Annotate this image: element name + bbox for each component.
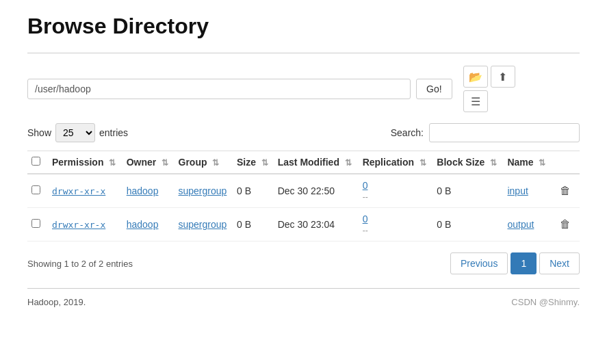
select-all-header (27, 151, 48, 174)
show-entries: Show 10 25 50 100 entries (27, 123, 128, 142)
col-last-modified[interactable]: Last Modified ⇅ (274, 151, 359, 174)
upload-icon-button[interactable]: ⬆ (491, 66, 515, 88)
previous-button[interactable]: Previous (450, 252, 508, 274)
row-last-modified: Dec 30 23:04 (274, 208, 359, 242)
col-size[interactable]: Size ⇅ (233, 151, 274, 174)
row-owner: hadoop (122, 174, 175, 208)
top-divider (27, 53, 580, 53)
list-icon: ☰ (471, 95, 480, 108)
page-1-button[interactable]: 1 (511, 252, 537, 274)
folder-icon: 📂 (469, 70, 482, 83)
row-checkbox-0[interactable] (31, 185, 40, 194)
sort-blocksize-icon: ⇅ (490, 158, 497, 168)
list-icon-button[interactable]: ☰ (463, 90, 488, 112)
row-name: output (503, 208, 551, 242)
go-button[interactable]: Go! (416, 79, 452, 99)
table-row: drwxr-xr-x hadoop supergroup 0 B Dec 30 … (27, 174, 580, 208)
footer-info: Hadoop, 2019. CSDN @Shinmy. (27, 289, 580, 307)
row-size: 0 B (233, 208, 274, 242)
row-group: supergroup (175, 174, 233, 208)
owner-link[interactable]: hadoop (127, 185, 159, 196)
delete-button[interactable]: 🗑 (556, 183, 575, 198)
col-block-size-label: Block Size (437, 157, 485, 168)
replication-sub: -- (363, 226, 368, 235)
col-action (552, 151, 580, 174)
row-name: input (503, 174, 551, 208)
col-group-label: Group (179, 157, 207, 168)
group-link[interactable]: supergroup (179, 219, 227, 230)
col-block-size[interactable]: Block Size ⇅ (432, 151, 503, 174)
footer-left: Hadoop, 2019. (27, 297, 86, 307)
col-replication-label: Replication (363, 157, 414, 168)
footer-right: CSDN @Shinmy. (511, 297, 580, 307)
sort-lastmodified-icon: ⇅ (345, 158, 352, 168)
replication-sub: -- (363, 192, 368, 202)
pagination: Previous 1 Next (450, 252, 580, 274)
col-name[interactable]: Name ⇅ (503, 151, 551, 174)
col-permission-label: Permission (52, 157, 103, 168)
entries-label: entries (99, 127, 128, 138)
owner-link[interactable]: hadoop (127, 219, 159, 230)
row-size: 0 B (233, 174, 274, 208)
page-title: Browse Directory (27, 14, 580, 39)
row-block-size: 0 B (432, 174, 503, 208)
table-row: drwxr-xr-x hadoop supergroup 0 B Dec 30 … (27, 208, 580, 242)
show-label: Show (27, 127, 51, 138)
showing-text: Showing 1 to 2 of 2 entries (27, 259, 133, 269)
entries-select[interactable]: 10 25 50 100 (55, 123, 95, 142)
replication-link[interactable]: 0 (363, 213, 368, 224)
row-owner: hadoop (122, 208, 175, 242)
search-area: Search: (391, 123, 580, 142)
folder-icon-button[interactable]: 📂 (463, 66, 488, 88)
col-last-modified-label: Last Modified (278, 157, 339, 168)
next-button[interactable]: Next (539, 252, 580, 274)
path-input[interactable] (27, 79, 411, 99)
row-block-size: 0 B (432, 208, 503, 242)
row-delete-cell: 🗑 (552, 208, 580, 242)
name-link[interactable]: input (507, 185, 528, 196)
path-row: Go! 📂 ⬆ ☰ (27, 66, 580, 112)
row-checkbox-cell (27, 208, 48, 242)
permission-link[interactable]: drwxr-xr-x (52, 186, 105, 196)
row-permission: drwxr-xr-x (48, 208, 122, 242)
replication-link[interactable]: 0 (363, 180, 368, 191)
row-group: supergroup (175, 208, 233, 242)
delete-button[interactable]: 🗑 (556, 217, 575, 232)
search-input[interactable] (429, 123, 580, 142)
sort-group-icon: ⇅ (212, 158, 219, 168)
col-group[interactable]: Group ⇅ (175, 151, 233, 174)
row-replication: 0 -- (359, 208, 433, 242)
sort-size-icon: ⇅ (261, 158, 268, 168)
sort-replication-icon: ⇅ (419, 158, 426, 168)
controls-row: Show 10 25 50 100 entries Search: (27, 123, 580, 142)
col-permission[interactable]: Permission ⇅ (48, 151, 122, 174)
name-link[interactable]: output (507, 219, 534, 230)
directory-table: Permission ⇅ Owner ⇅ Group ⇅ Size ⇅ Last… (27, 151, 580, 242)
row-last-modified: Dec 30 22:50 (274, 174, 359, 208)
footer-row: Showing 1 to 2 of 2 entries Previous 1 N… (27, 252, 580, 281)
sort-owner-icon: ⇅ (162, 158, 168, 168)
row-delete-cell: 🗑 (552, 174, 580, 208)
row-checkbox-1[interactable] (31, 219, 40, 228)
permission-link[interactable]: drwxr-xr-x (52, 220, 105, 230)
col-replication[interactable]: Replication ⇅ (359, 151, 433, 174)
col-size-label: Size (237, 157, 256, 168)
select-all-checkbox[interactable] (31, 157, 40, 166)
row-permission: drwxr-xr-x (48, 174, 122, 208)
sort-permission-icon: ⇅ (109, 158, 116, 168)
row-replication: 0 -- (359, 174, 433, 208)
col-owner[interactable]: Owner ⇅ (122, 151, 175, 174)
sort-name-icon: ⇅ (539, 158, 545, 168)
upload-icon: ⬆ (498, 70, 507, 83)
row-checkbox-cell (27, 174, 48, 208)
col-name-label: Name (507, 157, 533, 168)
search-label: Search: (391, 127, 424, 138)
icon-buttons-group: 📂 ⬆ ☰ (463, 66, 515, 112)
col-owner-label: Owner (127, 157, 157, 168)
group-link[interactable]: supergroup (179, 185, 227, 196)
